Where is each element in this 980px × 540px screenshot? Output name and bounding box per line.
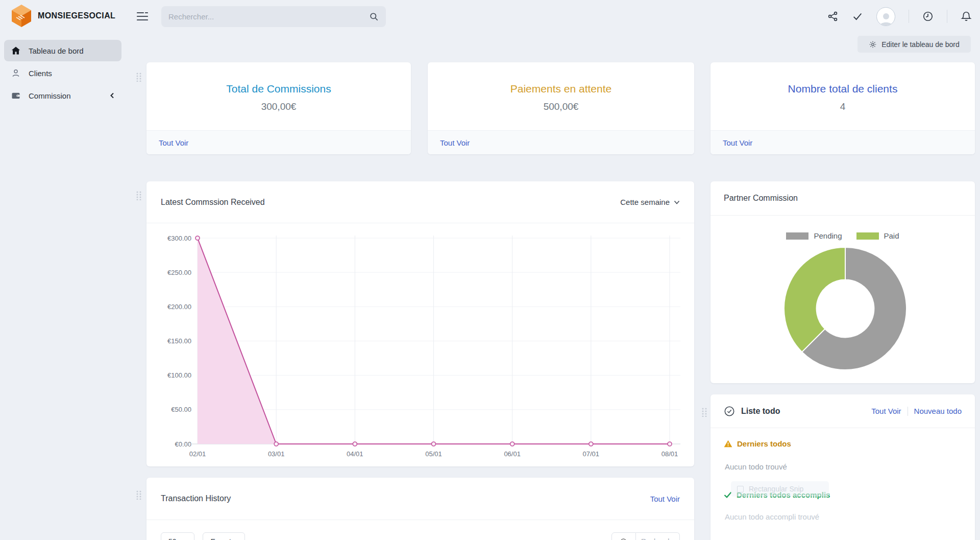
stat-card-value: 4 [710,101,975,112]
panel-header: Transaction History Tout Voir [146,478,694,520]
range-selector[interactable]: Cette semaine [620,198,680,206]
todo-pending-label: Derniers todos [737,439,791,448]
chevron-down-icon [674,199,680,205]
snip-tooltip-label: Rectangular Snip [749,485,803,493]
todo-pending-header: Derniers todos [710,439,975,448]
stat-card-title: Total de Commissions [146,83,411,95]
drag-handle-icon[interactable] [136,191,142,200]
search-icon[interactable] [369,12,379,21]
global-search [161,6,386,27]
home-icon [11,46,20,55]
commission-area-chart: €0.00€50.00€100.00€150.00€200.00€250.00€… [146,223,694,466]
todo-new-link[interactable]: Nouveau todo [914,407,962,415]
panel-header: Latest Commssion Received Cette semaine [146,181,694,223]
svg-text:08/01: 08/01 [662,450,678,458]
stat-card-footer: Tout Voir [428,130,694,154]
svg-text:03/01: 03/01 [268,450,285,458]
partner-commission-panel: Partner Commission PendingPaid [710,181,975,383]
panel-header: Liste todo Tout Voir Nouveau todo [710,394,975,428]
check-icon[interactable] [852,11,863,22]
topbar: MONSIEGESOCIAL [0,0,980,33]
page-size-value: 50 [168,537,177,540]
search-input[interactable] [168,12,369,21]
panel-title: Transaction History [161,494,231,503]
edit-dashboard-button[interactable]: Editer le tableau de bord [857,36,971,53]
svg-text:€250.00: €250.00 [167,269,191,276]
warning-icon [724,440,732,448]
clock-icon[interactable] [922,11,934,22]
sidebar-item-label: Clients [29,69,52,78]
panel-title: Latest Commssion Received [161,198,265,207]
stat-card-paiements-en-attente: Paiements en attente 500,00€ Tout Voir [428,62,694,154]
svg-text:06/01: 06/01 [504,450,521,458]
badge-check-icon [724,406,735,417]
sidebar-item-clients[interactable]: Clients [4,62,121,84]
topbar-divider [947,10,947,23]
stat-card-title: Nombre total de clients [710,83,975,95]
todo-see-all-link[interactable]: Tout Voir [871,407,901,415]
svg-text:€300.00: €300.00 [167,234,191,242]
stat-card-value: 500,00€ [428,101,694,112]
topbar-divider [909,10,909,23]
brand-logo-icon [10,4,33,28]
todo-done-empty: Aucun todo accompli trouvé [710,512,975,521]
todo-panel: Liste todo Tout Voir Nouveau todo Dernie… [710,394,975,540]
todo-pending-empty: Aucun todo trouvé [710,462,975,471]
user-icon [11,68,20,78]
drag-handle-icon[interactable] [701,408,707,417]
see-all-link[interactable]: Tout Voir [440,138,470,147]
partner-commission-donut-chart [710,181,975,383]
latest-commission-panel: Latest Commssion Received Cette semaine … [146,181,694,466]
sidebar-item-tableau-de-bord[interactable]: Tableau de bord [4,40,121,61]
drag-handle-icon[interactable] [136,490,142,500]
svg-text:07/01: 07/01 [583,450,600,458]
chevron-left-icon[interactable] [109,92,115,99]
search-icon[interactable] [611,532,636,540]
avatar[interactable] [876,7,895,26]
sidebar-item-commission[interactable]: Commission [4,85,121,106]
gear-icon [869,40,877,49]
transactions-toolbar: 50 Exporter [146,520,694,540]
svg-text:05/01: 05/01 [425,450,442,458]
panel-title: Liste todo [741,407,780,416]
sidebar-item-label: Tableau de bord [29,46,84,55]
see-all-link[interactable]: Tout Voir [723,138,752,147]
see-all-link[interactable]: Tout Voir [159,138,188,147]
page-size-select[interactable]: 50 [161,532,194,540]
snip-tooltip-artifact: Rectangular Snip [731,481,829,497]
svg-text:€150.00: €150.00 [167,337,191,345]
svg-text:04/01: 04/01 [347,450,363,458]
stat-card-footer: Tout Voir [146,130,411,154]
svg-text:€50.00: €50.00 [171,406,191,413]
avatar-silhouette-icon [878,11,894,26]
sidebar-item-label: Commission [29,91,71,100]
sidebar: Tableau de bord Clients Commission [0,33,125,540]
export-label: Exporter [210,537,237,540]
transactions-search [611,532,680,540]
menu-toggle-icon[interactable] [137,11,148,21]
transactions-see-all-link[interactable]: Tout Voir [650,495,680,503]
transaction-history-panel: Transaction History Tout Voir 50 Exporte… [146,478,694,540]
share-icon[interactable] [827,11,839,22]
drag-handle-icon[interactable] [136,73,142,82]
export-button[interactable]: Exporter [203,532,245,540]
brand[interactable]: MONSIEGESOCIAL [10,4,115,28]
link-divider [908,407,908,416]
transactions-search-input[interactable] [636,532,680,540]
stat-card-total-commissions: Total de Commissions 300,00€ Tout Voir [146,62,411,154]
svg-text:€100.00: €100.00 [167,371,191,379]
stat-card-title: Paiements en attente [428,83,694,95]
topbar-actions [827,0,980,33]
edit-dashboard-label: Editer le tableau de bord [881,40,960,49]
svg-text:€200.00: €200.00 [167,303,191,311]
wallet-icon [11,91,20,100]
stat-card-value: 300,00€ [146,101,411,112]
snip-icon [737,486,744,492]
svg-text:02/01: 02/01 [189,450,206,458]
range-selector-value: Cette semaine [620,198,670,206]
stat-card-footer: Tout Voir [710,130,975,154]
brand-name: MONSIEGESOCIAL [38,11,115,20]
bell-icon[interactable] [961,11,972,22]
stat-card-nombre-clients: Nombre total de clients 4 Tout Voir [710,62,975,154]
